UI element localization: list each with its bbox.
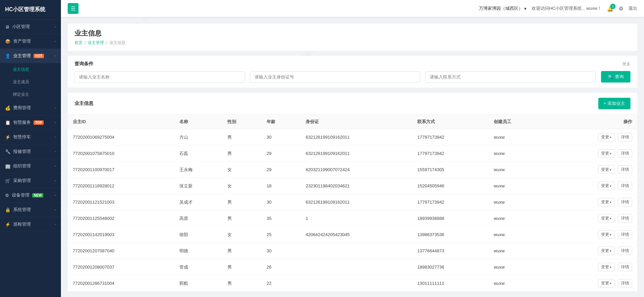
cell-gender: 男 bbox=[222, 259, 261, 275]
sidebar-item-asset-mgmt[interactable]: 📦资产管理‹ bbox=[0, 34, 61, 49]
sidebar-item-system-mgmt[interactable]: 🔒系统管理‹ bbox=[0, 203, 61, 217]
sidebar-item-repair-mgmt[interactable]: 🔧报修管理‹ bbox=[0, 144, 61, 159]
cell-creator: wuxw bbox=[489, 227, 546, 243]
detail-button[interactable]: 详情 bbox=[618, 230, 632, 239]
sidebar-item-org-mgmt[interactable]: 🏢组织管理‹ bbox=[0, 159, 61, 174]
main-wrapper: ☰ 万博家博园（城西区） ▾ 欢迎访问HC小区管理系统，wuxw！ 🔔 0 ⚙ … bbox=[61, 0, 644, 297]
cell-idcard bbox=[301, 275, 412, 292]
chevron-icon-patrol-mgmt: ‹ bbox=[53, 224, 57, 225]
sidebar-item-smart-parking[interactable]: ⚡智慧停车‹ bbox=[0, 130, 61, 144]
cell-idcard bbox=[301, 259, 412, 275]
community-name: 万博家博园（城西区） bbox=[479, 5, 523, 12]
cell-creator: wuxw bbox=[489, 259, 546, 275]
query-section: 查询条件 更多 🔍 查询 bbox=[68, 56, 637, 88]
sidebar-subitem-owner-members[interactable]: 业主成员 bbox=[0, 76, 61, 88]
sidebar-item-smart-service[interactable]: 📋智慧服务TOP‹ bbox=[0, 115, 61, 130]
cell-contact: 18939938888 bbox=[412, 210, 489, 227]
sidebar-item-device-mgmt[interactable]: ⚙设备管理NEW‹ bbox=[0, 188, 61, 203]
cell-name: 王永梅 bbox=[174, 162, 222, 178]
owner-name-input[interactable] bbox=[74, 71, 245, 83]
owner-idcard-input[interactable] bbox=[250, 71, 421, 83]
change-button[interactable]: 变更 ▾ bbox=[598, 133, 615, 141]
logout-button[interactable]: 退出 bbox=[628, 5, 637, 12]
menu-icon-repair-mgmt: 🔧 bbox=[5, 149, 10, 154]
menu-icon-asset-mgmt: 📦 bbox=[5, 39, 10, 44]
change-button[interactable]: 变更 ▾ bbox=[598, 198, 615, 206]
search-button[interactable]: 🔍 查询 bbox=[601, 71, 630, 83]
sidebar-subitem-bind-owner[interactable]: 绑定业主 bbox=[0, 88, 61, 101]
menu-icon-community-mgmt: 🖥 bbox=[5, 24, 9, 29]
change-button[interactable]: 变更 ▾ bbox=[598, 149, 615, 158]
chevron-icon-asset-mgmt: ‹ bbox=[53, 41, 57, 42]
menu-badge-device-mgmt: NEW bbox=[32, 193, 43, 198]
add-owner-button[interactable]: + 添加业主 bbox=[598, 98, 630, 109]
col-id: 业主ID bbox=[68, 115, 174, 129]
detail-button[interactable]: 详情 bbox=[618, 149, 632, 158]
action-cell: 变更 ▾详情 bbox=[546, 162, 637, 178]
sidebar-item-purchase-mgmt[interactable]: 🛒采购管理‹ bbox=[0, 174, 61, 188]
cell-id: 77202001075875010 bbox=[68, 145, 174, 162]
action-cell: 变更 ▾详情 bbox=[546, 145, 637, 162]
detail-button[interactable]: 详情 bbox=[618, 263, 632, 271]
community-selector[interactable]: 万博家博园（城西区） ▾ bbox=[479, 5, 527, 12]
cell-idcard bbox=[301, 243, 412, 259]
logo-text: HC小区管理系统 bbox=[5, 6, 45, 13]
change-button[interactable]: 变更 ▾ bbox=[598, 263, 615, 271]
detail-button[interactable]: 详情 bbox=[618, 133, 632, 141]
cell-contact: 15597174305 bbox=[412, 162, 489, 178]
menu-icon-owner-mgmt: 👤 bbox=[5, 53, 10, 59]
page-content: Hi小淘，淘你想淘！ Hi小淘，淘你想淘！ Hi小淘，淘你想淘！ Hi小淘，淘你… bbox=[61, 17, 644, 297]
menu-label-smart-service: 智慧服务 bbox=[13, 119, 31, 125]
table-row: 77202001118928012张立新女1823230119840203462… bbox=[68, 178, 637, 194]
table-row: 77202001207087040明德男3013776644873wuxw变更 … bbox=[68, 243, 637, 259]
sidebar-item-fee-mgmt[interactable]: 💰费用管理‹ bbox=[0, 101, 61, 115]
detail-button[interactable]: 详情 bbox=[618, 214, 632, 223]
sidebar-subitem-owner-info[interactable]: 业主信息 bbox=[0, 63, 61, 76]
cell-gender: 女 bbox=[222, 162, 261, 178]
sidebar-item-patrol-mgmt[interactable]: ⚡巡检管理‹ bbox=[0, 217, 61, 232]
sidebar-item-owner-mgmt[interactable]: 👤业主管理HOT‹ bbox=[0, 49, 61, 63]
query-header: 查询条件 更多 bbox=[74, 61, 630, 67]
cell-creator: wuxw bbox=[489, 129, 546, 145]
chevron-icon-smart-service: ‹ bbox=[53, 122, 57, 123]
settings-icon[interactable]: ⚙ bbox=[619, 5, 623, 12]
cell-gender: 男 bbox=[222, 145, 261, 162]
breadcrumb-home[interactable]: 首页 bbox=[74, 40, 83, 46]
col-age: 年龄 bbox=[262, 115, 301, 129]
detail-button[interactable]: 详情 bbox=[618, 165, 632, 174]
table-row: 77202001100970017王永梅女2962032119900707242… bbox=[68, 162, 637, 178]
action-cell: 变更 ▾详情 bbox=[546, 243, 637, 259]
menu-label-asset-mgmt: 资产管理 bbox=[13, 38, 31, 44]
welcome-text: 欢迎访问HC小区管理系统，wuxw！ bbox=[532, 5, 602, 12]
change-button[interactable]: 变更 ▾ bbox=[598, 182, 615, 190]
detail-button[interactable]: 详情 bbox=[618, 182, 632, 190]
menu-icon-org-mgmt: 🏢 bbox=[5, 164, 10, 169]
table-header-row: 业主ID 名称 性别 年龄 身份证 联系方式 创建员工 操作 bbox=[68, 115, 637, 129]
header-left: ☰ bbox=[68, 3, 79, 14]
page-title-section: 业主信息 首页 / 业主管理 / 业主信息 bbox=[68, 24, 637, 51]
cell-name: 石磊 bbox=[174, 145, 222, 162]
cell-creator: wuxw bbox=[489, 178, 546, 194]
detail-button[interactable]: 详情 bbox=[618, 247, 632, 255]
cell-gender: 男 bbox=[222, 194, 261, 210]
sidebar-item-community-mgmt[interactable]: 🖥小区管理‹ bbox=[0, 20, 61, 34]
action-cell: 变更 ▾详情 bbox=[546, 194, 637, 210]
detail-button[interactable]: 详情 bbox=[618, 198, 632, 206]
sidebar: HC小区管理系统 🖥小区管理‹📦资产管理‹👤业主管理HOT‹业主信息业主成员绑定… bbox=[0, 0, 61, 297]
cell-contact: 13011111111 bbox=[412, 275, 489, 292]
change-button[interactable]: 变更 ▾ bbox=[598, 214, 615, 223]
owner-contact-input[interactable] bbox=[425, 71, 596, 83]
notification-button[interactable]: 🔔 0 bbox=[607, 5, 614, 12]
change-button[interactable]: 变更 ▾ bbox=[598, 230, 615, 239]
action-cell: 变更 ▾详情 bbox=[546, 227, 637, 243]
breadcrumb-owner-mgmt[interactable]: 业主管理 bbox=[88, 40, 104, 46]
detail-button[interactable]: 详情 bbox=[618, 279, 632, 288]
change-button[interactable]: 变更 ▾ bbox=[598, 165, 615, 174]
action-cell: 变更 ▾详情 bbox=[546, 275, 637, 292]
hamburger-button[interactable]: ☰ bbox=[68, 3, 79, 14]
change-button[interactable]: 变更 ▾ bbox=[598, 279, 615, 288]
more-button[interactable]: 更多 bbox=[622, 61, 630, 67]
breadcrumb: 首页 / 业主管理 / 业主信息 bbox=[74, 40, 630, 46]
change-button[interactable]: 变更 ▾ bbox=[598, 247, 615, 255]
cell-idcard: 632126199109162011 bbox=[301, 129, 412, 145]
